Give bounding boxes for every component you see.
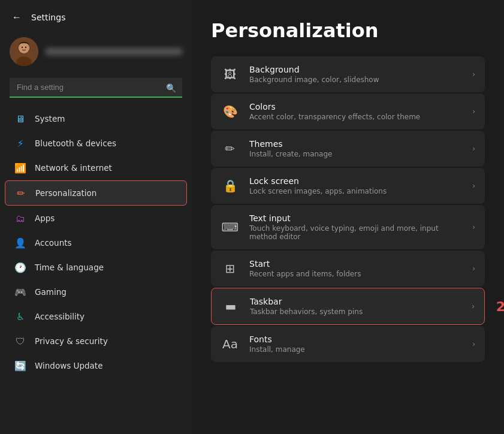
avatar xyxy=(10,37,38,66)
svg-point-3 xyxy=(22,47,23,48)
sidebar-header: ← Settings xyxy=(0,0,192,30)
themes-desc: Install, create, manage xyxy=(249,150,463,158)
sidebar-item-bluetooth[interactable]: ⚡Bluetooth & devices xyxy=(5,131,187,155)
nav-list: 🖥System⚡Bluetooth & devices📶Network & in… xyxy=(0,106,192,424)
user-section xyxy=(0,30,192,73)
fonts-desc: Install, manage xyxy=(249,345,463,354)
themes-text: ThemesInstall, create, manage xyxy=(249,139,463,158)
fonts-chevron-icon: › xyxy=(472,340,475,348)
colors-text: ColorsAccent color, transparency effects… xyxy=(249,102,463,121)
taskbar-desc: Taskbar behaviors, system pins xyxy=(250,308,462,316)
textinput-desc: Touch keyboard, voice typing, emoji and … xyxy=(249,224,463,241)
svg-point-4 xyxy=(25,47,26,48)
lockscreen-title: Lock screen xyxy=(249,176,463,186)
bluetooth-icon: ⚡ xyxy=(14,137,26,149)
settings-item-wrap-fonts: AaFontsInstall, manage› xyxy=(211,326,485,362)
start-desc: Recent apps and items, folders xyxy=(249,270,463,278)
sidebar-item-label-apps: Apps xyxy=(35,213,55,223)
settings-item-wrap-background: 🖼BackgroundBackground image, color, slid… xyxy=(211,56,485,92)
sidebar: ← Settings 🔍 🖥System⚡Bluetooth & devi xyxy=(0,0,192,434)
settings-item-taskbar[interactable]: ▬TaskbarTaskbar behaviors, system pins› xyxy=(211,288,485,325)
background-chevron-icon: › xyxy=(472,70,475,79)
sidebar-item-label-gaming: Gaming xyxy=(35,287,67,297)
settings-item-colors[interactable]: 🎨ColorsAccent color, transparency effect… xyxy=(211,94,485,129)
textinput-settings-icon: ⌨ xyxy=(221,218,240,237)
svg-point-1 xyxy=(19,43,29,53)
colors-title: Colors xyxy=(249,102,463,111)
time-icon: 🕐 xyxy=(14,261,26,273)
settings-item-wrap-taskbar: ▬TaskbarTaskbar behaviors, system pins›2 xyxy=(211,288,485,325)
settings-item-wrap-lockscreen: 🔒Lock screenLock screen images, apps, an… xyxy=(211,168,485,204)
settings-item-start[interactable]: ⊞StartRecent apps and items, folders› xyxy=(211,251,485,287)
search-icon: 🔍 xyxy=(166,83,176,93)
textinput-chevron-icon: › xyxy=(472,223,475,231)
start-text: StartRecent apps and items, folders xyxy=(249,259,463,278)
sidebar-item-label-accessibility: Accessibility xyxy=(35,312,84,321)
settings-item-background[interactable]: 🖼BackgroundBackground image, color, slid… xyxy=(211,56,485,92)
background-text: BackgroundBackground image, color, slide… xyxy=(249,65,463,84)
settings-item-wrap-textinput: ⌨Text inputTouch keyboard, voice typing,… xyxy=(211,205,485,249)
sidebar-item-time[interactable]: 🕐Time & language xyxy=(5,255,187,279)
themes-settings-icon: ✏ xyxy=(221,139,240,158)
back-button[interactable]: ← xyxy=(10,10,24,25)
privacy-icon: 🛡 xyxy=(14,335,26,347)
settings-item-textinput[interactable]: ⌨Text inputTouch keyboard, voice typing,… xyxy=(211,205,485,249)
annotation-2: 2 xyxy=(496,299,504,314)
update-icon: 🔄 xyxy=(14,360,26,372)
gaming-icon: 🎮 xyxy=(14,286,26,298)
sidebar-item-label-system: System xyxy=(35,114,65,123)
settings-list: 🖼BackgroundBackground image, color, slid… xyxy=(211,56,485,362)
search-box: 🔍 xyxy=(10,78,182,98)
lockscreen-text: Lock screenLock screen images, apps, ani… xyxy=(249,176,463,195)
personalization-icon: ✏ xyxy=(15,187,27,199)
sidebar-item-label-privacy: Privacy & security xyxy=(35,336,108,346)
app-title: Settings xyxy=(31,13,65,22)
settings-item-wrap-themes: ✏ThemesInstall, create, manage› xyxy=(211,131,485,167)
search-input[interactable] xyxy=(10,78,182,98)
fonts-text: FontsInstall, manage xyxy=(249,334,463,354)
taskbar-chevron-icon: › xyxy=(472,302,475,311)
sidebar-item-label-personalization: Personalization xyxy=(35,188,96,198)
background-desc: Background image, color, slideshow xyxy=(249,76,463,84)
lockscreen-chevron-icon: › xyxy=(472,182,475,190)
colors-settings-icon: 🎨 xyxy=(221,102,240,121)
apps-icon: 🗂 xyxy=(14,212,26,224)
sidebar-item-label-bluetooth: Bluetooth & devices xyxy=(35,138,116,148)
taskbar-text: TaskbarTaskbar behaviors, system pins xyxy=(250,297,462,316)
main-content: Personalization 🖼BackgroundBackground im… xyxy=(192,0,504,434)
settings-item-lockscreen[interactable]: 🔒Lock screenLock screen images, apps, an… xyxy=(211,168,485,204)
sidebar-item-accessibility[interactable]: ♿Accessibility xyxy=(5,305,187,328)
sidebar-item-accounts[interactable]: 👤Accounts xyxy=(5,231,187,255)
background-settings-icon: 🖼 xyxy=(221,65,240,84)
settings-item-themes[interactable]: ✏ThemesInstall, create, manage› xyxy=(211,131,485,167)
textinput-title: Text input xyxy=(249,213,463,223)
sidebar-item-label-time: Time & language xyxy=(35,263,104,272)
sidebar-item-label-update: Windows Update xyxy=(35,361,102,370)
accessibility-icon: ♿ xyxy=(14,311,26,323)
start-settings-icon: ⊞ xyxy=(221,259,240,278)
sidebar-item-label-network: Network & internet xyxy=(35,163,112,173)
lockscreen-desc: Lock screen images, apps, animations xyxy=(249,187,463,195)
settings-item-fonts[interactable]: AaFontsInstall, manage› xyxy=(211,326,485,362)
sidebar-item-gaming[interactable]: 🎮Gaming xyxy=(5,280,187,304)
taskbar-settings-icon: ▬ xyxy=(221,297,240,316)
lockscreen-settings-icon: 🔒 xyxy=(221,176,240,195)
colors-desc: Accent color, transparency effects, colo… xyxy=(249,113,463,121)
settings-item-wrap-start: ⊞StartRecent apps and items, folders› xyxy=(211,251,485,287)
page-title: Personalization xyxy=(211,19,485,42)
sidebar-item-personalization[interactable]: ✏Personalization1 xyxy=(5,180,187,206)
themes-chevron-icon: › xyxy=(472,144,475,153)
system-icon: 🖥 xyxy=(14,113,26,125)
sidebar-item-network[interactable]: 📶Network & internet xyxy=(5,156,187,180)
accounts-icon: 👤 xyxy=(14,237,26,249)
start-title: Start xyxy=(249,259,463,269)
sidebar-item-privacy[interactable]: 🛡Privacy & security xyxy=(5,329,187,353)
textinput-text: Text inputTouch keyboard, voice typing, … xyxy=(249,213,463,241)
themes-title: Themes xyxy=(249,139,463,149)
background-title: Background xyxy=(249,65,463,74)
settings-item-wrap-colors: 🎨ColorsAccent color, transparency effect… xyxy=(211,94,485,129)
sidebar-item-system[interactable]: 🖥System xyxy=(5,107,187,131)
sidebar-item-apps[interactable]: 🗂Apps xyxy=(5,206,187,230)
fonts-settings-icon: Aa xyxy=(221,334,240,354)
sidebar-item-update[interactable]: 🔄Windows Update xyxy=(5,354,187,378)
